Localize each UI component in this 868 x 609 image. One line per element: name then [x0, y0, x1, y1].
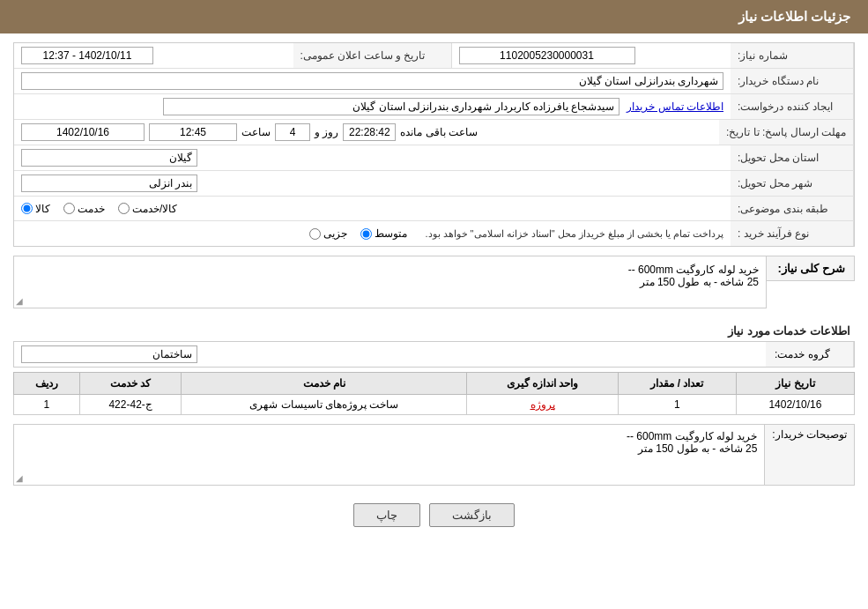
kala-khadamat-label: کالا/خدمت	[132, 203, 177, 215]
services-title: اطلاعات خدمات مورد نیاز	[13, 317, 855, 341]
noe-farayand-label: نوع فرآیند خرید :	[731, 221, 854, 246]
time-input[interactable]	[149, 123, 237, 141]
jozvi-label: جزیی	[323, 227, 347, 240]
table-body: 1402/10/16 1 پروژه ساخت پروژه‌های تاسیسا…	[14, 395, 855, 415]
motavasset-label: متوسط	[375, 227, 407, 240]
sharh-section: شرح کلی نیاز: خرید لوله کاروگیت 600mm --…	[13, 256, 855, 308]
process-text: پرداخت تمام یا بخشی از مبلغ خریداز محل "…	[425, 228, 723, 240]
radio-kala[interactable]: کالا	[21, 203, 50, 215]
ijad-konande-value: اطلاعات تماس خریدار	[14, 94, 731, 119]
khadamat-label: خدمت	[78, 203, 105, 215]
back-button[interactable]: بازگشت	[429, 503, 515, 527]
shomare-niaz-value	[452, 43, 731, 68]
ostan-value	[14, 145, 731, 170]
buyer-resize-icon: ◢	[16, 473, 23, 483]
row-shomare-niaz: شماره نیاز: تاریخ و ساعت اعلان عمومی:	[14, 43, 854, 69]
page-header: جزئیات اطلاعات نیاز	[0, 0, 868, 33]
tabaqe-label: طبقه بندی موضوعی:	[731, 197, 854, 220]
ijad-konande-label: ایجاد کننده درخواست:	[731, 94, 854, 119]
buyer-notes-text: خرید لوله کاروگیت 600mm -- 25 شاخه - به …	[627, 430, 757, 455]
kala-label: کالا	[35, 203, 50, 215]
shahr-input[interactable]	[21, 175, 197, 192]
buttons-row: بازگشت چاپ	[13, 494, 855, 536]
ijad-konande-input[interactable]	[163, 98, 619, 115]
row-nam-dasgah: نام دستگاه خریدار:	[14, 69, 854, 94]
mohlat-label: مهلت ارسال پاسخ: تا تاریخ:	[719, 120, 854, 145]
cell-radif: 1	[14, 395, 80, 415]
col-tarikh: تاریخ نیاز	[736, 373, 854, 395]
row-ostan: استان محل تحویل:	[14, 145, 854, 171]
radio-kala-khadamat[interactable]: کالا/خدمت	[118, 203, 177, 215]
col-tedad: تعداد / مقدار	[618, 373, 736, 395]
info-section: شماره نیاز: تاریخ و ساعت اعلان عمومی: نا…	[13, 42, 855, 247]
sharh-label: شرح کلی نیاز:	[767, 256, 855, 281]
radio-motavasset[interactable]: متوسط	[360, 227, 407, 240]
nam-dasgah-label: نام دستگاه خریدار:	[731, 69, 854, 93]
mohlat-complex: ساعت باقی مانده روز و ساعت	[21, 123, 712, 141]
grohe-value	[14, 342, 766, 367]
radio-jozvi[interactable]: جزیی	[309, 227, 347, 240]
col-kod: کد خدمت	[79, 373, 182, 395]
time-label: ساعت	[241, 126, 271, 138]
roz-label: روز و	[315, 126, 338, 138]
date-input[interactable]	[21, 123, 145, 141]
table-head: تاریخ نیاز تعداد / مقدار واحد اندازه گیر…	[14, 373, 855, 395]
grohe-row: گروه خدمت:	[13, 341, 855, 368]
sharh-content: خرید لوله کاروگیت 600mm -- 25 شاخه - به …	[13, 256, 767, 308]
row-shahr: شهر محل تحویل:	[14, 171, 854, 197]
mohlat-value: ساعت باقی مانده روز و ساعت	[14, 120, 719, 145]
remaining-input[interactable]	[343, 123, 396, 141]
cell-vahed[interactable]: پروژه	[467, 395, 619, 415]
row-ijad-konande: ایجاد کننده درخواست: اطلاعات تماس خریدار	[14, 94, 854, 120]
services-section: اطلاعات خدمات مورد نیاز گروه خدمت: تاریخ…	[13, 317, 855, 415]
shahr-label: شهر محل تحویل:	[731, 171, 854, 196]
services-table: تاریخ نیاز تعداد / مقدار واحد اندازه گیر…	[13, 372, 855, 415]
main-content: شماره نیاز: تاریخ و ساعت اعلان عمومی: نا…	[0, 33, 868, 545]
row-mohlat: مهلت ارسال پاسخ: تا تاریخ: ساعت باقی مان…	[14, 120, 854, 145]
shahr-value	[14, 171, 731, 196]
tabaqe-radio-group: کالا/خدمت خدمت کالا	[21, 203, 177, 215]
remaining-label: ساعت باقی مانده	[400, 126, 478, 138]
cell-tedad: 1	[618, 395, 736, 415]
roz-input[interactable]	[275, 123, 310, 141]
grohe-input[interactable]	[21, 345, 197, 363]
taarikh-elan-input[interactable]	[21, 47, 153, 64]
buyer-notes-row: توصیحات خریدار: خرید لوله کاروگیت 600mm …	[13, 424, 855, 486]
col-nam: نام خدمت	[182, 373, 467, 395]
col-vahed: واحد اندازه گیری	[467, 373, 619, 395]
radio-khadamat[interactable]: خدمت	[63, 203, 105, 215]
nam-dasgah-value	[14, 69, 731, 93]
taarikh-elan-label: تاریخ و ساعت اعلان عمومی:	[293, 43, 452, 68]
shomare-niaz-input[interactable]	[459, 47, 635, 64]
row-noe-farayand: نوع فرآیند خرید : پرداخت تمام یا بخشی از…	[14, 221, 854, 246]
table-row: 1402/10/16 1 پروژه ساخت پروژه‌های تاسیسا…	[14, 395, 855, 415]
print-button[interactable]: چاپ	[353, 503, 420, 527]
row-tabaqe: طبقه بندی موضوعی: کالا/خدمت خدمت کالا	[14, 197, 854, 221]
page-wrapper: جزئیات اطلاعات نیاز شماره نیاز: تاریخ و …	[0, 0, 868, 609]
process-row: پرداخت تمام یا بخشی از مبلغ خریداز محل "…	[21, 227, 723, 240]
cell-nam: ساخت پروژه‌های تاسیسات شهری	[182, 395, 467, 415]
tabaqe-value: کالا/خدمت خدمت کالا	[14, 197, 731, 220]
cell-tarikh: 1402/10/16	[736, 395, 854, 415]
page-title: جزئیات اطلاعات نیاز	[738, 9, 850, 24]
buyer-notes-content: خرید لوله کاروگیت 600mm -- 25 شاخه - به …	[13, 424, 765, 486]
shomare-niaz-label: شماره نیاز:	[731, 43, 854, 68]
cell-kod: ج-42-422	[79, 395, 182, 415]
resize-icon: ◢	[16, 296, 23, 306]
noe-farayand-value: پرداخت تمام یا بخشی از مبلغ خریداز محل "…	[14, 221, 731, 246]
contact-info-link[interactable]: اطلاعات تماس خریدار	[627, 100, 723, 113]
buyer-notes-label: توصیحات خریدار:	[765, 424, 855, 486]
col-radif: ردیف	[14, 373, 80, 395]
grohe-label: گروه خدمت:	[766, 342, 854, 367]
farayand-radio-group: متوسط جزیی	[309, 227, 407, 240]
ostan-input[interactable]	[21, 149, 197, 167]
sharh-text: خرید لوله کاروگیت 600mm -- 25 شاخه - به …	[628, 264, 759, 288]
ostan-label: استان محل تحویل:	[731, 145, 854, 170]
taarikh-elan-value	[14, 43, 293, 68]
nam-dasgah-input[interactable]	[21, 72, 723, 90]
table-header-row: تاریخ نیاز تعداد / مقدار واحد اندازه گیر…	[14, 373, 855, 395]
